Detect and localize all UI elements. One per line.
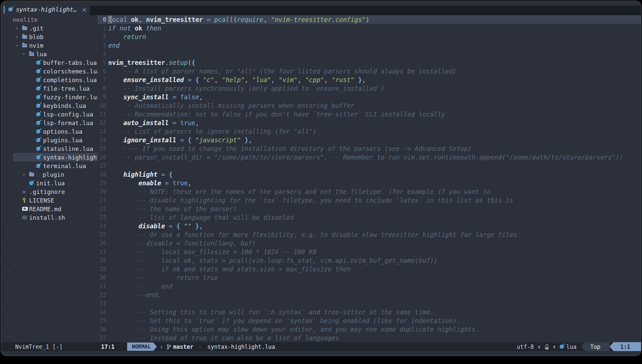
tree-item-lua[interactable]: ›lua	[1, 50, 98, 58]
tree-item-file-tree.lua[interactable]: file-tree.lua	[1, 84, 98, 93]
command-line[interactable]	[1, 351, 641, 356]
tree-item-label: lsp-format.lua	[43, 119, 93, 126]
tree-item-plugins.lua[interactable]: plugins.lua	[1, 136, 98, 144]
code-line-33[interactable]: 33	[98, 299, 641, 308]
code-line-27[interactable]: 27 -- local max_filesize = 100 * 1024 --…	[98, 248, 641, 256]
code-line-32[interactable]: 32 --end,	[98, 291, 641, 299]
tree-item-fuzzy-finder.lua[interactable]: fuzzy-finder.lua	[1, 93, 98, 101]
line-number: 14	[98, 137, 106, 143]
code-line-16[interactable]: 16 -- parser_install_dir = "/some/path/t…	[98, 153, 641, 161]
code-line-text: -- Or use a function for more flexibilit…	[108, 231, 517, 238]
tree-item-syntax-highlight.lua[interactable]: syntax-highlight.lua	[1, 153, 98, 161]
code-line-25[interactable]: 25 -- Or use a function for more flexibi…	[98, 230, 641, 239]
file-tree: neolite›.git›blob›nvim›luabuffer-tabs.lu…	[1, 15, 98, 342]
tree-item-README.md[interactable]: M↓README.md	[1, 205, 98, 213]
tree-item-buffer-tabs.lua[interactable]: buffer-tabs.lua	[1, 58, 98, 67]
code-line-text: -- Install parsers synchronously (only a…	[108, 85, 385, 92]
code-line-2[interactable]: 2 return	[98, 32, 641, 41]
line-number: 25	[98, 231, 106, 238]
code-line-24[interactable]: 24 disable = { "" },	[98, 222, 641, 230]
code-line-30[interactable]: 30 -- return true	[98, 273, 641, 282]
tree-item-install.sh[interactable]: ›_install.sh	[1, 213, 98, 222]
code-line-text: -- Set this to `true` if you depend on '…	[108, 317, 460, 324]
git-untracked-icon	[36, 173, 40, 176]
tree-item-nvim[interactable]: ›nvim	[1, 41, 98, 50]
tree-item-colorschemes.lua[interactable]: colorschemes.lua	[1, 67, 98, 75]
code-line-12[interactable]: 12 auto_install = true,	[98, 118, 641, 127]
chevron-down-icon[interactable]: ›	[22, 51, 29, 57]
code-line-text: -- end	[108, 283, 172, 290]
code-line-0[interactable]: 0local ok, nvim_treesitter = pcall(requi…	[98, 15, 641, 24]
code-line-text: --end,	[108, 291, 161, 298]
lua-file-icon	[36, 61, 43, 65]
line-number: 10	[98, 102, 106, 109]
chevron-right-icon[interactable]: ›	[22, 171, 29, 178]
scroll-position-segment: Top	[581, 342, 610, 351]
code-line-text: local ok, nvim_treesitter = pcall(requir…	[108, 16, 370, 23]
git-branch-name[interactable]: master	[173, 343, 193, 350]
code-line-text: -- local ok, stats = pcall(vim.loop.fs_s…	[108, 257, 437, 264]
tree-item-label: LICENSE	[29, 197, 54, 204]
code-line-10[interactable]: 10 -- Automatically install missing pars…	[98, 101, 641, 110]
tree-item-keybinds.lua[interactable]: keybinds.lua	[1, 101, 98, 110]
close-icon[interactable]: ×	[81, 6, 87, 14]
tree-item-statusline.lua[interactable]: statusline.lua	[1, 144, 98, 153]
code-line-8[interactable]: 8 -- Install parsers synchronously (only…	[98, 84, 641, 93]
tree-item-lsp-config.lua[interactable]: lsp-config.lua	[1, 110, 98, 118]
tree-item-terminal.lua[interactable]: terminal.lua	[1, 161, 98, 170]
chevron-right-icon[interactable]: ›	[15, 33, 22, 40]
tree-item-neolite[interactable]: neolite	[1, 15, 98, 24]
code-line-5[interactable]: 5nvim_treesitter.setup({	[98, 58, 641, 67]
code-line-26[interactable]: 26 --disable = function(lang, buf)	[98, 239, 641, 248]
empty-line-tilde: ~	[1, 320, 98, 331]
line-number: 33	[98, 300, 106, 307]
code-line-36[interactable]: 36 -- Using this option may slow down yo…	[98, 325, 641, 334]
code-line-19[interactable]: 19 enable = true,	[98, 179, 641, 187]
code-line-11[interactable]: 11 -- Recommendation: set to false if yo…	[98, 110, 641, 118]
code-line-7[interactable]: 7 ensure_installed = { "c", "help", "lua…	[98, 75, 641, 84]
code-line-20[interactable]: 20 -- NOTE: these are the names of the p…	[98, 187, 641, 196]
code-line-35[interactable]: 35 -- Set this to `true` if you depend o…	[98, 316, 641, 325]
chevron-left-icon: ‹	[552, 343, 557, 351]
code-line-1[interactable]: 1if not ok then	[98, 24, 641, 32]
tree-item-blob[interactable]: ›blob	[1, 32, 98, 41]
tree-item-LICENSE[interactable]: LICENSE	[1, 196, 98, 205]
code-line-14[interactable]: 14 ignore_install = { "javascript" },	[98, 136, 641, 144]
tree-item-.gitignore[interactable]: ◆.gitignore	[1, 187, 98, 196]
tree-item-init.lua[interactable]: init.lua	[1, 179, 98, 187]
code-line-13[interactable]: 13 -- List of parsers to ignore installi…	[98, 127, 641, 136]
code-line-3[interactable]: 3end	[98, 41, 641, 50]
tree-item-options.lua[interactable]: options.lua	[1, 127, 98, 136]
statusline: NvimTree_1 [-] 17:1 NORMAL › master › sy…	[1, 342, 641, 351]
code-line-23[interactable]: 23 -- list of language that will be disa…	[98, 213, 641, 222]
code-line-9[interactable]: 9 sync_install = false,	[98, 93, 641, 101]
code-line-6[interactable]: 6 -- A list of parser names, or "all" (t…	[98, 67, 641, 75]
empty-line-tilde: ~	[1, 254, 98, 265]
code-line-22[interactable]: 22 -- the name of the parser)	[98, 205, 641, 213]
code-line-text: -- A list of parser names, or "all" (the…	[108, 68, 456, 75]
tab-syntax-highlight[interactable]: syntax-highlight… ×	[1, 4, 90, 15]
folder-icon	[22, 26, 29, 30]
tree-item-.git[interactable]: ›.git	[1, 24, 98, 32]
code-line-text: -- Using this option may slow down your …	[108, 326, 479, 333]
code-line-31[interactable]: 31 -- end	[98, 282, 641, 291]
line-number: 9	[98, 94, 106, 100]
code-line-29[interactable]: 29 -- if ok and stats and stats.size > m…	[98, 265, 641, 273]
code-line-21[interactable]: 21 -- disable highlighting for the `tex`…	[98, 196, 641, 205]
code-line-18[interactable]: 18 highlight = {	[98, 170, 641, 179]
code-line-37[interactable]: 37 -- Instead of true it can also be a l…	[98, 334, 641, 342]
code-line-4[interactable]: 4	[98, 50, 641, 58]
code-line-text: if not ok then	[108, 24, 161, 32]
code-line-34[interactable]: 34 -- Setting this to true will run `:h …	[98, 308, 641, 316]
chevron-right-icon[interactable]: ›	[15, 25, 22, 31]
tree-item-lsp-format.lua[interactable]: lsp-format.lua	[1, 118, 98, 127]
code-line-17[interactable]: 17	[98, 161, 641, 170]
code-line-15[interactable]: 15 ---- If you need to change the instal…	[98, 144, 641, 153]
code-line-28[interactable]: 28 -- local ok, stats = pcall(vim.loop.f…	[98, 256, 641, 265]
editor[interactable]: 0local ok, nvim_treesitter = pcall(requi…	[98, 15, 641, 342]
code-line-text: enable = true,	[108, 179, 192, 187]
tree-item-completions.lua[interactable]: completions.lua	[1, 75, 98, 84]
tree-item-plugin[interactable]: ›plugin	[1, 170, 98, 179]
chevron-down-icon[interactable]: ›	[15, 42, 22, 49]
lua-filetype-icon	[560, 344, 564, 349]
